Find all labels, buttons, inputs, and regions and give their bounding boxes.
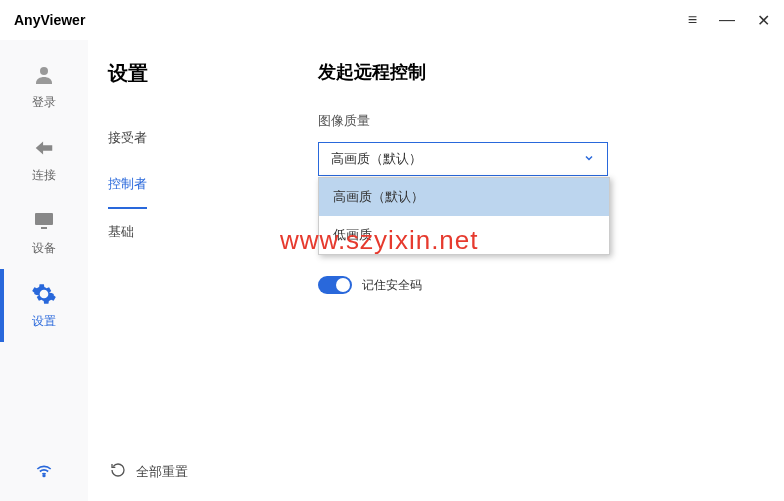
content-title: 发起远程控制 bbox=[318, 60, 744, 84]
close-icon[interactable]: ✕ bbox=[757, 11, 770, 30]
svg-point-0 bbox=[40, 67, 48, 75]
dropdown-option-high[interactable]: 高画质（默认） bbox=[319, 178, 609, 216]
sidebar-item-label: 设备 bbox=[32, 240, 56, 257]
sub-item-controller[interactable]: 控制者 bbox=[108, 161, 147, 209]
sub-item-basic[interactable]: 基础 bbox=[108, 209, 228, 255]
toggle-row: 记住安全码 bbox=[318, 276, 744, 294]
arrow-icon bbox=[31, 135, 57, 161]
monitor-icon bbox=[31, 208, 57, 234]
quality-select[interactable]: 高画质（默认） 高画质（默认） 低画质 bbox=[318, 142, 608, 176]
remember-code-toggle[interactable] bbox=[318, 276, 352, 294]
sidebar-item-label: 连接 bbox=[32, 167, 56, 184]
quality-dropdown: 高画质（默认） 低画质 bbox=[318, 177, 610, 255]
sidebar-item-connect[interactable]: 连接 bbox=[0, 123, 88, 196]
page-title: 设置 bbox=[108, 60, 228, 87]
reset-button[interactable]: 全部重置 bbox=[110, 462, 188, 481]
svg-point-3 bbox=[43, 475, 45, 477]
quality-label: 图像质量 bbox=[318, 112, 744, 130]
titlebar: AnyViewer ≡ — ✕ bbox=[0, 0, 784, 40]
sidebar: 登录 连接 设备 设置 bbox=[0, 40, 88, 501]
app-title: AnyViewer bbox=[14, 12, 85, 28]
sidebar-item-label: 登录 bbox=[32, 94, 56, 111]
reset-label: 全部重置 bbox=[136, 463, 188, 481]
chevron-down-icon bbox=[583, 152, 595, 167]
quality-selected-value: 高画质（默认） bbox=[331, 150, 422, 168]
user-icon bbox=[31, 62, 57, 88]
svg-rect-1 bbox=[35, 213, 53, 225]
dropdown-option-low[interactable]: 低画质 bbox=[319, 216, 609, 254]
menu-icon[interactable]: ≡ bbox=[688, 11, 697, 29]
sidebar-item-settings[interactable]: 设置 bbox=[0, 269, 88, 342]
gear-icon bbox=[31, 281, 57, 307]
sidebar-item-login[interactable]: 登录 bbox=[0, 50, 88, 123]
sidebar-item-device[interactable]: 设备 bbox=[0, 196, 88, 269]
sidebar-item-label: 设置 bbox=[32, 313, 56, 330]
minimize-icon[interactable]: — bbox=[719, 11, 735, 29]
wifi-icon[interactable] bbox=[34, 459, 54, 483]
sub-item-receiver[interactable]: 接受者 bbox=[108, 115, 228, 161]
window-controls: ≡ — ✕ bbox=[688, 11, 770, 30]
reset-icon bbox=[110, 462, 126, 481]
toggle-label: 记住安全码 bbox=[362, 277, 422, 294]
sub-sidebar: 设置 接受者 控制者 基础 bbox=[88, 40, 228, 501]
main-container: 登录 连接 设备 设置 设置 接受者 控制者 基础 bbox=[0, 40, 784, 501]
content-area: 发起远程控制 图像质量 高画质（默认） 高画质（默认） 低画质 记住安全码 bbox=[228, 40, 784, 501]
svg-rect-2 bbox=[41, 227, 47, 229]
